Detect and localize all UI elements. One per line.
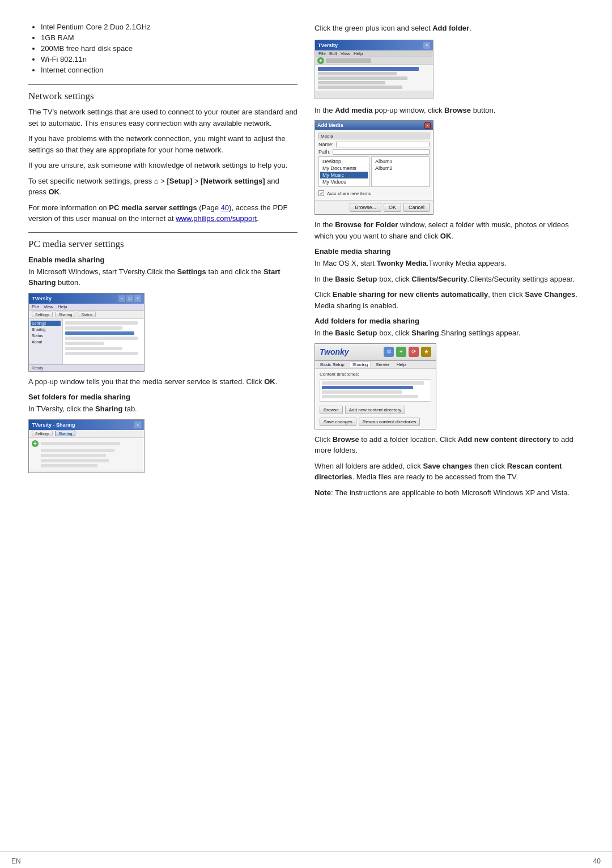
page-footer: EN 40 <box>0 851 612 868</box>
ss-text-row <box>65 342 104 345</box>
network-settings-heading: Network settings <box>28 91 298 102</box>
popup-text: A pop-up window tells you that the media… <box>28 376 298 388</box>
ss-minimize: − <box>118 295 125 302</box>
twonky-nav-help[interactable]: Help <box>394 362 408 367</box>
right-column: Click the green plus icon and select Add… <box>314 23 584 828</box>
twonky-add-btn[interactable]: Add new content directory <box>345 406 406 414</box>
ss-titlebar: TVersity − □ × <box>29 293 144 304</box>
af-controls: × <box>423 42 430 49</box>
tree-item: Album1 <box>373 158 428 165</box>
ss-footer-text: Ready <box>32 366 43 370</box>
dialog-browse-btn[interactable]: Browse... <box>350 203 381 212</box>
twonky-browse-btn[interactable]: Browse <box>320 406 343 414</box>
left-column: Intel Pentium Core 2 Duo 2.1GHz 1GB RAM … <box>28 23 298 828</box>
mac-para: In Mac OS X, start Twonky Media.Twonky M… <box>314 258 584 269</box>
add-folders-sharing-heading: Add folders for media sharing <box>314 317 584 325</box>
add-media-dialog: Add Media × Media Name: Path: <box>314 120 434 215</box>
enable-media-sharing-heading-right: Enable media sharing <box>314 247 584 256</box>
list-item: Intel Pentium Core 2 Duo 2.1GHz <box>41 23 298 31</box>
af-title: TVersity <box>318 42 338 48</box>
ss-text-row <box>65 337 138 340</box>
af-menu-item: File <box>318 51 326 56</box>
twonky-icon: ⟳ <box>409 347 419 357</box>
enable-media-para: In Microsoft Windows, start TVersity.Cli… <box>28 266 298 288</box>
ss-close2: × <box>134 422 141 428</box>
twonky-label: Content directories: <box>320 372 365 377</box>
ss-maximize: □ <box>126 295 133 302</box>
tree-left: Desktop My Documents My Music My Videos <box>318 156 369 187</box>
set-folders-heading: Set folders for media sharing <box>28 393 298 401</box>
dialog-path-row: Path: <box>318 149 430 155</box>
twonky-icon: + <box>396 347 406 357</box>
twonky-nav-icons: ⚙ + ⟳ ★ <box>354 347 431 357</box>
add-plus-icon: + <box>317 57 324 64</box>
ss-controls: − □ × <box>118 295 141 302</box>
twonky-icon: ⚙ <box>384 347 394 357</box>
dialog-titlebar: Add Media × <box>315 121 433 130</box>
add-media-text: In the Add media pop-up window, click Br… <box>314 105 584 116</box>
twonky-rescan-btn[interactable]: Rescan content directories <box>359 418 420 426</box>
af-menu-item: Edit <box>329 51 337 56</box>
ss-panel-item: About <box>31 339 61 344</box>
twonky-logo: Twonky <box>320 347 349 356</box>
twonky-dir-row <box>322 390 402 394</box>
af-toolbar: + <box>315 57 433 65</box>
dialog-content: Media Name: Path: Desktop My Documents <box>315 130 433 200</box>
dialog-path-input[interactable] <box>333 149 430 155</box>
tree-item-selected[interactable]: My Music <box>320 172 368 178</box>
divider-network <box>28 84 298 85</box>
ss-text-row <box>65 321 138 325</box>
twonky-save-row: Save changes Rescan content directories <box>320 418 431 426</box>
tree-item: Desktop <box>320 158 368 165</box>
tree-item: My Videos <box>320 178 368 185</box>
ss-title: TVersity <box>32 296 52 301</box>
dialog-cancel-btn[interactable]: Cancel <box>403 203 430 212</box>
philips-support-link[interactable]: www.philips.com/support <box>176 214 257 223</box>
dialog-path-label: Path: <box>318 149 330 155</box>
basic-setup-sharing-para: In the Basic Setup box, click Sharing.Sh… <box>314 327 584 339</box>
twonky-nav-sharing[interactable]: Sharing <box>350 361 371 367</box>
footer-page-number: 40 <box>593 857 601 865</box>
twonky-dir-row <box>322 395 418 398</box>
folder-row <box>41 442 120 445</box>
af-tb-row <box>326 58 371 63</box>
dialog-title: Add Media <box>317 122 343 128</box>
list-item: Wi-Fi 802.11n <box>41 55 298 63</box>
folder-row4 <box>41 459 109 462</box>
twonky-nav: Basic Setup Sharing Server Help <box>315 361 436 369</box>
twonky-nav-basic[interactable]: Basic Setup <box>318 362 347 367</box>
ss-panel-item: Status <box>31 333 61 338</box>
dialog-tabs: Media <box>318 133 430 139</box>
save-changes-para: When all folders are added, click Save c… <box>314 461 584 483</box>
dialog-tab: Media <box>321 134 333 139</box>
twonky-save-btn[interactable]: Save changes <box>320 418 356 426</box>
twonky-dir-row <box>322 381 424 385</box>
ss-toolbar: Settings Sharing Status <box>29 311 144 319</box>
af-selected-row <box>318 67 419 71</box>
dialog-input[interactable] <box>336 142 430 147</box>
ss-settings-btn: Settings <box>32 312 53 317</box>
twonky-nav-server[interactable]: Server <box>373 362 392 367</box>
folder-row2 <box>41 449 114 452</box>
enable-media-sharing-heading-left: Enable media sharing <box>28 256 298 264</box>
twonky-content: Content directories: Browse Add new cont… <box>315 369 436 429</box>
ss-add-row: + <box>32 440 141 447</box>
dialog-checkbox[interactable]: ✓ <box>318 190 324 196</box>
af-row <box>318 81 385 84</box>
dialog-row: Name: <box>318 142 430 147</box>
dialog-options-row: ✓ Auto-share new items <box>318 189 430 197</box>
page-link[interactable]: 40 <box>221 203 229 212</box>
dialog-option-label: Auto-share new items <box>327 191 371 196</box>
ss-right-panel <box>63 319 144 364</box>
network-para4: To set specific network settings, press … <box>28 176 298 198</box>
dialog-label: Name: <box>318 142 334 147</box>
af-menu-item: Help <box>354 51 363 56</box>
add-folder-text: Click the green plus icon and select Add… <box>314 23 584 34</box>
ss-controls2: × <box>134 422 141 428</box>
ss-panel-item: Sharing <box>31 327 61 332</box>
network-para1: The TV's network settings that are used … <box>28 107 298 129</box>
browse-add-para: Click Browse to add a folder location. C… <box>314 434 584 456</box>
ss-panel-item: Settings <box>31 321 61 326</box>
dialog-ok-btn[interactable]: OK <box>384 203 401 212</box>
af-menubar: File Edit View Help <box>315 50 433 57</box>
